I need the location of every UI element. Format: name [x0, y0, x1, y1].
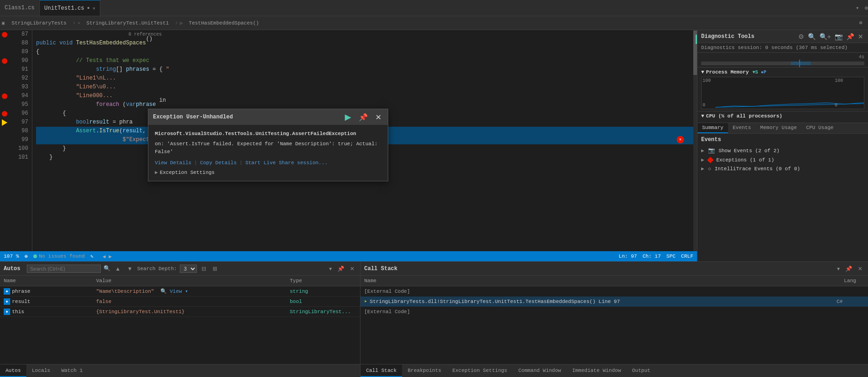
namespace-segment[interactable]: StringLibraryTests: [7, 19, 71, 27]
autos-row-this[interactable]: ◆ this {StringLibraryTest.UnitTest1} Str…: [0, 307, 360, 317]
autos-close-button[interactable]: ✕: [348, 265, 356, 273]
diag-tab-cpu[interactable]: CPU Usage: [801, 123, 838, 133]
callstack-close-button[interactable]: ✕: [856, 265, 864, 273]
add-panel-button[interactable]: ⊕: [856, 19, 866, 26]
var-icon-result: ◆: [4, 298, 10, 305]
class-icon: ⬦: [78, 20, 80, 25]
zoom-level[interactable]: 107 %: [4, 253, 19, 259]
autos-overflow-button[interactable]: ▾: [327, 265, 334, 273]
event-intellitrace[interactable]: ▶ ◇ IntelliTrace Events (0 of 0): [701, 164, 864, 173]
autos-val-this: {StringLibraryTest.UnitTest1}: [92, 309, 286, 315]
timeline-bar[interactable]: [701, 62, 864, 65]
diag-tab-events[interactable]: Events: [728, 123, 756, 133]
view-details-link[interactable]: View Details: [155, 160, 191, 166]
collapse-button[interactable]: ⊟: [200, 265, 208, 273]
tab-close-button[interactable]: ✕: [92, 6, 95, 11]
callstack-title: Call Stack: [364, 266, 397, 272]
edit-mode-icon[interactable]: ✎: [90, 253, 93, 260]
tab-autos[interactable]: Autos: [0, 365, 26, 377]
autos-pin-button[interactable]: 📌: [336, 265, 346, 273]
diag-pin-button[interactable]: 📌: [845, 32, 855, 41]
run-button[interactable]: ▶: [343, 112, 353, 122]
tab-modified-icon: ●: [87, 6, 90, 11]
diag-tab-summary[interactable]: Summary: [697, 123, 728, 133]
exception-settings-toggle[interactable]: ▶ Exception Settings: [155, 169, 381, 175]
diag-search-button[interactable]: 🔍: [807, 32, 817, 41]
breakpoint-87[interactable]: [2, 32, 7, 37]
tab-class1-label: Class1.cs: [5, 5, 35, 11]
diag-tab-memory[interactable]: Memory Usage: [756, 123, 801, 133]
expand-button[interactable]: ⊞: [211, 265, 219, 273]
autos-row-result[interactable]: ◆ result false bool: [0, 297, 360, 307]
tab-breakpoints[interactable]: Breakpoints: [402, 365, 447, 377]
marker-88: [0, 39, 9, 48]
error-badge-98: ✕: [677, 136, 684, 143]
editor-scrollbar[interactable]: [693, 30, 697, 251]
exception-type: Microsoft.VisualStudio.TestTools.UnitTes…: [155, 130, 381, 137]
autos-search-input[interactable]: [27, 265, 101, 273]
exception-title: Exception User-Unhandled: [153, 114, 233, 120]
marker-91: [0, 65, 9, 74]
cs-external-2-label: [External Code]: [364, 309, 837, 315]
marker-100: [0, 144, 9, 153]
view-link-phrase[interactable]: 🔍 View ▾: [160, 289, 188, 294]
close-popup-button[interactable]: ✕: [373, 113, 383, 122]
settings-icon[interactable]: ⚙: [865, 5, 868, 12]
copy-details-link[interactable]: Copy Details: [200, 160, 237, 166]
event-show-events[interactable]: ▶ 📷 Show Events (2 of 2): [701, 146, 864, 155]
callstack-bottom-tabs: Call Stack Breakpoints Exception Setting…: [361, 364, 868, 377]
expand-icon: ▶: [155, 169, 158, 175]
pin-button[interactable]: 📌: [357, 113, 370, 122]
tab-exception-settings[interactable]: Exception Settings: [447, 365, 513, 377]
search-icon[interactable]: 🔍: [104, 265, 110, 272]
tab-callstack[interactable]: Call Stack: [361, 365, 402, 377]
code-line-87: public void TestHasEmbeddedSpaces(): [36, 39, 693, 48]
autos-type-phrase: string: [286, 289, 360, 294]
tab-immediate-window[interactable]: Immediate Window: [567, 365, 627, 377]
tab-unittest1-label: UnitTest1.cs: [44, 5, 84, 12]
tab-command-window[interactable]: Command Window: [513, 365, 566, 377]
collapse-arrow-cpu[interactable]: ▼: [701, 113, 704, 119]
cpu-title: CPU (% of all processors): [706, 113, 782, 119]
breakpoint-error-96[interactable]: [2, 111, 7, 117]
tab-class1[interactable]: Class1.cs: [0, 0, 40, 16]
callstack-header: Call Stack ▾ 📌 ✕: [361, 262, 868, 276]
current-line-arrow: [2, 119, 7, 126]
autos-panel: Autos 🔍 ▲ ▼ Search Depth: 31245 ⊟ ⊞ ▾ 📌 …: [0, 262, 361, 377]
callstack-pin-button[interactable]: 📌: [844, 265, 854, 273]
diag-settings-button[interactable]: ⚙: [797, 32, 805, 41]
search-down-button[interactable]: ▼: [125, 265, 134, 273]
search-up-button[interactable]: ▲: [113, 265, 122, 273]
tab-locals[interactable]: Locals: [26, 365, 56, 377]
tab-watch1[interactable]: Watch 1: [56, 365, 88, 377]
var-icon-phrase: ◆: [4, 288, 10, 295]
breakpoint-94[interactable]: [2, 93, 7, 99]
col-header-value: Value: [92, 277, 286, 284]
diag-close-button[interactable]: ✕: [857, 32, 864, 41]
event-exceptions[interactable]: ▶ Exceptions (1 of 1): [701, 155, 864, 164]
autos-name-phrase: ◆ phrase: [0, 288, 92, 295]
linenum-96: 96: [9, 109, 28, 118]
search-depth-select[interactable]: 31245: [180, 265, 197, 273]
autos-table-body: ◆ phrase "Name\tDescription" 🔍 View ▾ st…: [0, 286, 360, 317]
tab-unittest1[interactable]: UnitTest1.cs ● ✕: [40, 0, 100, 16]
cs-col-name: Name: [361, 277, 840, 284]
tab-output[interactable]: Output: [627, 365, 656, 377]
code-line-90: string[] phrases = { ": [36, 65, 693, 74]
popup-body: Microsoft.VisualStudio.TestTools.UnitTes…: [148, 125, 388, 181]
popup-header: Exception User-Unhandled ▶ 📌 ✕: [148, 109, 388, 125]
cs-row-active[interactable]: ➤ StringLibraryTests.dll!StringLibraryTe…: [361, 297, 868, 307]
scroll-arrows[interactable]: ◀ ▶: [103, 253, 112, 260]
method-segment[interactable]: TestHasEmbeddedSpaces(): [185, 19, 263, 27]
tab-overflow-button[interactable]: ▾: [852, 5, 863, 12]
breakpoint-90[interactable]: [2, 58, 7, 64]
autos-row-phrase[interactable]: ◆ phrase "Name\tDescription" 🔍 View ▾ st…: [0, 286, 360, 297]
expand-exceptions-icon: ▶: [701, 157, 704, 163]
collapse-arrow-memory[interactable]: ▼: [701, 69, 704, 75]
diag-screenshot-button[interactable]: 📷: [834, 32, 844, 41]
class-segment[interactable]: StringLibraryTest.UnitTest1: [82, 19, 173, 27]
live-share-link[interactable]: Start Live Share session...: [245, 160, 328, 166]
diag-zoom-in-button[interactable]: 🔍+: [819, 32, 832, 41]
callstack-overflow-button[interactable]: ▾: [835, 265, 842, 273]
code-line-93: "Line000...: [36, 92, 693, 100]
